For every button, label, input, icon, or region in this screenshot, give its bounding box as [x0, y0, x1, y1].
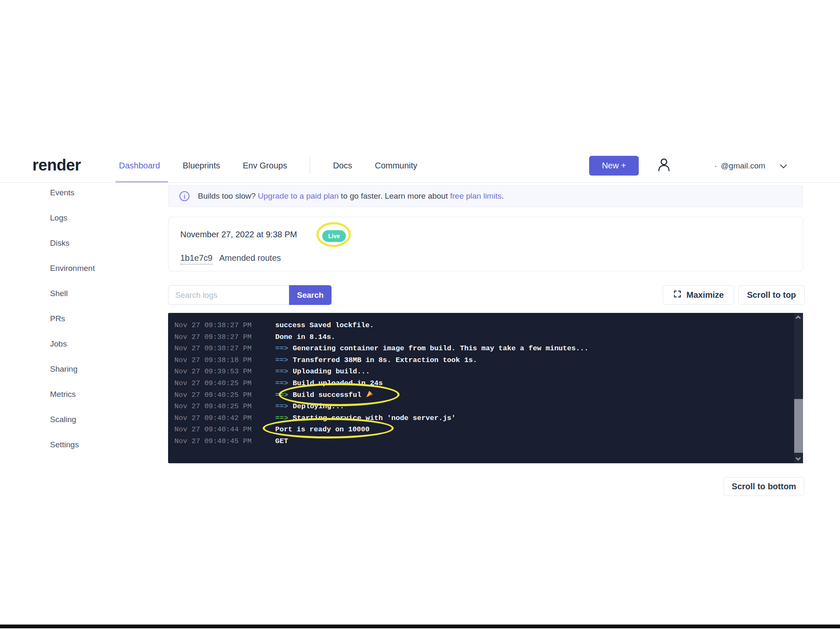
live-status-badge: Live — [322, 230, 346, 242]
sidebar-item[interactable]: Jobs — [50, 339, 142, 349]
log-message-wrap: ==>Build successful — [275, 391, 373, 399]
log-timestamp: Nov 27 09:40:25 PM — [174, 401, 275, 412]
account-prefix-dot: · — [714, 161, 717, 171]
log-message-wrap: success Saved lockfile. — [275, 321, 374, 329]
log-timestamp: Nov 27 09:40:25 PM — [174, 389, 275, 401]
log-line: Nov 27 09:40:25 PM==>Build successful — [174, 389, 790, 401]
search-logs-input[interactable] — [168, 285, 289, 305]
render-dashboard-page: render Dashboard Blueprints Env Groups D… — [0, 0, 840, 630]
party-popper-emoji — [366, 391, 373, 397]
log-message: Uploading build... — [293, 368, 370, 375]
log-message: success Saved lockfile. — [275, 321, 374, 329]
upgrade-banner: i Builds too slow? Upgrade to a paid pla… — [168, 185, 803, 207]
commit-row: 1b1e7c9 Amended routes — [180, 253, 281, 265]
log-line: Nov 27 09:40:44 PMPort is ready on 10000 — [174, 424, 790, 436]
log-line: Nov 27 09:40:45 PMGET — [174, 436, 790, 447]
log-line: Nov 27 09:40:25 PM==>Build uploaded in 2… — [174, 378, 790, 389]
terminal-scrollbar[interactable] — [794, 313, 803, 463]
user-avatar-icon[interactable] — [655, 156, 673, 175]
log-timestamp: Nov 27 09:39:53 PM — [174, 366, 275, 378]
sidebar-item[interactable]: Shell — [50, 289, 142, 299]
scroll-to-bottom-button[interactable]: Scroll to bottom — [724, 477, 804, 496]
top-nav: Dashboard Blueprints Env Groups Docs Com… — [119, 155, 417, 176]
banner-text: Builds too slow? Upgrade to a paid plan … — [198, 192, 504, 201]
log-message: Build successful — [293, 391, 361, 399]
log-message-wrap: ==>Transferred 38MB in 8s. Extraction to… — [275, 356, 477, 364]
banner-text-mid: to go faster. Learn more about — [339, 192, 450, 200]
log-line: Nov 27 09:40:25 PM==>Deploying... — [174, 401, 790, 412]
render-logo[interactable]: render — [32, 156, 81, 174]
log-timestamp: Nov 27 09:38:27 PM — [174, 343, 275, 354]
search-button[interactable]: Search — [289, 285, 332, 305]
new-button[interactable]: New + — [589, 156, 639, 176]
sidebar-item[interactable]: Events — [50, 188, 142, 198]
log-message-wrap: GET — [275, 437, 288, 445]
scrollbar-up-arrow-icon[interactable] — [795, 315, 801, 321]
banner-text-before: Builds too slow? — [198, 192, 258, 200]
log-line: Nov 27 09:40:42 PM==>Starting service wi… — [174, 412, 790, 424]
deploy-card: November 27, 2022 at 9:38 PM Live 1b1e7c… — [168, 217, 803, 271]
log-message-wrap: Port is ready on 10000 — [275, 425, 369, 433]
sidebar-item[interactable]: Scaling — [50, 415, 142, 425]
bottom-bar — [0, 625, 840, 628]
scroll-to-top-button[interactable]: Scroll to top — [738, 285, 805, 305]
log-message-wrap: ==>Starting service with 'node server.js… — [275, 414, 456, 422]
log-message: Build uploaded in 24s — [293, 379, 383, 387]
scrollbar-down-arrow-icon[interactable] — [795, 455, 801, 461]
log-timestamp: Nov 27 09:40:42 PM — [174, 412, 275, 424]
log-timestamp: Nov 27 09:38:27 PM — [174, 320, 275, 331]
nav-item[interactable]: Docs — [333, 161, 352, 171]
log-message-wrap: ==>Generating container image from build… — [275, 344, 589, 352]
log-lines: Nov 27 09:38:27 PMsuccess Saved lockfile… — [168, 313, 803, 447]
commit-hash[interactable]: 1b1e7c9 — [180, 253, 213, 265]
nav-group-left: Dashboard Blueprints Env Groups — [119, 161, 287, 171]
account-email: @gmail.com — [721, 161, 765, 171]
scrollbar-thumb[interactable] — [794, 399, 803, 453]
banner-text-after: . — [501, 192, 503, 200]
log-arrow: ==> — [275, 414, 288, 422]
nav-divider — [310, 157, 310, 174]
log-terminal[interactable]: Nov 27 09:38:27 PMsuccess Saved lockfile… — [168, 313, 803, 463]
log-message: Generating container image from build. T… — [293, 344, 589, 352]
account-menu[interactable]: · @gmail.com — [714, 160, 787, 171]
sidebar-item[interactable]: Environment — [50, 263, 142, 273]
service-sidebar: Events Logs Disks Environment Shell PRs … — [50, 188, 142, 465]
log-message-wrap: ==>Uploading build... — [275, 368, 370, 375]
chevron-down-icon — [780, 162, 787, 171]
log-line: Nov 27 09:38:27 PMsuccess Saved lockfile… — [174, 320, 790, 331]
info-icon: i — [179, 191, 190, 201]
sidebar-item[interactable]: Logs — [50, 213, 142, 223]
upgrade-plan-link[interactable]: Upgrade to a paid plan — [258, 192, 339, 200]
log-timestamp: Nov 27 09:38:27 PM — [174, 331, 275, 343]
log-arrow: ==> — [275, 368, 288, 375]
log-timestamp: Nov 27 09:40:44 PM — [174, 424, 275, 436]
log-arrow: ==> — [275, 356, 288, 364]
log-message-wrap: Done in 8.14s. — [275, 333, 335, 341]
nav-item[interactable]: Blueprints — [183, 161, 220, 171]
free-plan-limits-link[interactable]: free plan limits — [450, 192, 502, 200]
log-message: GET — [275, 437, 288, 445]
sidebar-item[interactable]: Sharing — [50, 364, 142, 374]
maximize-label: Maximize — [687, 290, 724, 300]
log-message: Deploying... — [293, 402, 344, 410]
log-arrow: ==> — [275, 379, 288, 387]
log-timestamp: Nov 27 09:40:25 PM — [174, 378, 275, 389]
nav-item[interactable]: Dashboard — [119, 161, 160, 171]
nav-item[interactable]: Community — [375, 161, 417, 171]
log-line: Nov 27 09:38:18 PM==>Transferred 38MB in… — [174, 354, 790, 366]
log-timestamp: Nov 27 09:38:18 PM — [174, 354, 275, 366]
log-message: Port is ready on 10000 — [275, 425, 369, 433]
log-message: Transferred 38MB in 8s. Extraction took … — [293, 356, 477, 364]
log-line: Nov 27 09:39:53 PM==>Uploading build... — [174, 366, 790, 378]
log-message: Starting service with 'node server.js' — [293, 414, 456, 422]
sidebar-item[interactable]: Metrics — [50, 389, 142, 399]
nav-item[interactable]: Env Groups — [243, 161, 287, 171]
deploy-date: November 27, 2022 at 9:38 PM — [180, 230, 297, 239]
maximize-button[interactable]: Maximize — [663, 285, 734, 305]
log-message: Done in 8.14s. — [275, 333, 335, 341]
sidebar-item[interactable]: PRs — [50, 314, 142, 324]
sidebar-item[interactable]: Settings — [50, 440, 142, 450]
log-message-wrap: ==>Deploying... — [275, 402, 344, 410]
sidebar-item[interactable]: Disks — [50, 238, 142, 248]
maximize-icon — [673, 290, 682, 300]
